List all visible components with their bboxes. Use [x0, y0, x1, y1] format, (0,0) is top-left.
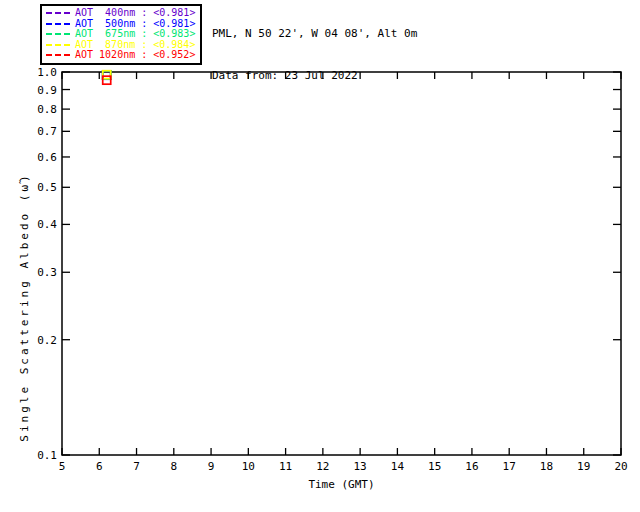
- ssa-scatter-chart: 5678910111213141516171819201.00.90.80.70…: [0, 0, 640, 512]
- svg-text:0.5: 0.5: [37, 181, 57, 194]
- svg-text:6: 6: [96, 460, 103, 473]
- svg-text:0.7: 0.7: [37, 125, 57, 138]
- svg-text:15: 15: [428, 460, 441, 473]
- svg-text:14: 14: [391, 460, 405, 473]
- svg-text:0.3: 0.3: [37, 266, 57, 279]
- svg-text:18: 18: [540, 460, 553, 473]
- svg-text:16: 16: [465, 460, 478, 473]
- svg-text:1.0: 1.0: [37, 66, 57, 79]
- data-point-1020nm: [103, 76, 111, 84]
- svg-text:8: 8: [170, 460, 177, 473]
- svg-text:10: 10: [242, 460, 255, 473]
- svg-text:11: 11: [279, 460, 292, 473]
- svg-text:Time (GMT): Time (GMT): [308, 478, 374, 491]
- svg-text:0.8: 0.8: [37, 103, 57, 116]
- svg-text:13: 13: [354, 460, 367, 473]
- svg-text:0.2: 0.2: [37, 334, 57, 347]
- svg-text:19: 19: [577, 460, 590, 473]
- svg-text:0.6: 0.6: [37, 151, 57, 164]
- svg-text:0.1: 0.1: [37, 449, 57, 462]
- svg-text:0.9: 0.9: [37, 84, 57, 97]
- svg-text:0.4: 0.4: [37, 218, 57, 231]
- svg-text:17: 17: [503, 460, 516, 473]
- svg-text:Single Scattering Albedo (ω̃): Single Scattering Albedo (ω̃): [18, 172, 31, 441]
- svg-text:7: 7: [133, 460, 140, 473]
- svg-text:5: 5: [59, 460, 66, 473]
- ssa-plot-screen: AOT 400nm : <0.981> AOT 500nm : <0.981> …: [0, 0, 640, 512]
- svg-text:9: 9: [208, 460, 215, 473]
- svg-text:20: 20: [614, 460, 627, 473]
- svg-text:12: 12: [316, 460, 329, 473]
